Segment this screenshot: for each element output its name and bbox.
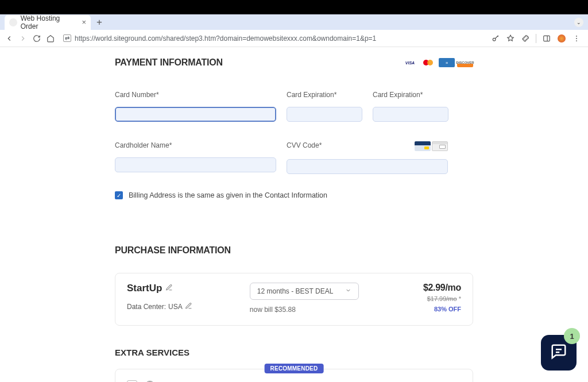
site-info-icon[interactable]: ⇄: [63, 34, 71, 42]
billing-period-select[interactable]: 12 months - BEST DEAL: [250, 283, 359, 300]
mastercard-logo: [420, 58, 436, 67]
extra-service-box: RECOMMENDED Site Scanner 1 year $2.49/mo: [115, 369, 473, 382]
chat-widget-button[interactable]: 1: [541, 335, 577, 371]
expiration-month-label: Card Expiration*: [287, 91, 362, 99]
purchase-information-section: PURCHASE INFORMATION StartUp Data Center…: [115, 230, 473, 382]
period-selected-label: 12 months - BEST DEAL: [257, 287, 334, 295]
svg-rect-1: [544, 36, 550, 41]
data-center-label: Data Center:: [127, 303, 166, 311]
extensions-icon[interactable]: [521, 34, 530, 43]
discover-logo: DISCOVER: [457, 58, 473, 67]
extra-services-title: EXTRA SERVICES: [115, 348, 473, 357]
home-button[interactable]: [46, 34, 55, 43]
plan-name: StartUp: [127, 283, 162, 294]
panel-icon[interactable]: [542, 34, 551, 43]
cvv-input[interactable]: [287, 159, 448, 174]
reload-button[interactable]: [32, 34, 41, 43]
svg-point-2: [576, 35, 577, 36]
svg-point-3: [576, 38, 577, 39]
visa-logo: VISA: [402, 58, 418, 67]
bookmark-icon[interactable]: [506, 34, 515, 43]
cvv-label: CVV Code*: [287, 141, 322, 149]
billing-same-checkbox[interactable]: ✓: [115, 191, 123, 199]
key-icon[interactable]: [491, 34, 500, 43]
tab-close-icon[interactable]: ×: [82, 18, 86, 26]
plan-discount: 83% OFF: [359, 306, 461, 312]
tab-title: Web Hosting Order: [21, 14, 79, 30]
purchase-title: PURCHASE INFORMATION: [115, 245, 473, 256]
now-bill-label: now bill $35.88: [250, 306, 359, 314]
site-scanner-icon: [144, 380, 156, 382]
forward-button[interactable]: [18, 34, 28, 43]
chat-badge: 1: [564, 328, 580, 344]
recommended-badge: RECOMMENDED: [265, 364, 324, 373]
plan-old-asterisk: *: [459, 295, 461, 302]
card-number-input[interactable]: [115, 107, 276, 122]
svg-point-4: [576, 40, 577, 41]
cardholder-label: Cardholder Name*: [115, 141, 276, 149]
cvv-hint-back-icon: [432, 141, 448, 151]
tab-favicon: [9, 18, 17, 26]
billing-same-row[interactable]: ✓ Billing Address is the same as given i…: [115, 191, 473, 199]
plan-price-per: /mo: [445, 283, 461, 292]
payment-information-section: PAYMENT INFORMATION VISA ≡ DISCOVER Card…: [115, 47, 473, 215]
chat-icon: [550, 343, 567, 362]
data-center-value: USA: [168, 303, 183, 311]
svg-point-0: [493, 38, 496, 41]
expiration-month-input[interactable]: [287, 107, 362, 122]
browser-tab[interactable]: Web Hosting Order ×: [5, 15, 91, 30]
tab-overflow-button[interactable]: ⌄: [574, 18, 583, 27]
card-number-label: Card Number*: [115, 91, 276, 99]
new-tab-button[interactable]: +: [96, 17, 102, 28]
window-top-bar: [0, 0, 588, 14]
tab-strip: Web Hosting Order × + ⌄: [0, 14, 588, 30]
edit-plan-icon[interactable]: [165, 283, 173, 294]
cvv-hint-front-icon: [415, 141, 431, 151]
edit-datacenter-icon[interactable]: [185, 302, 192, 311]
profile-icon[interactable]: [557, 34, 566, 43]
expiration-year-label: Card Expiration*: [373, 91, 448, 99]
menu-icon[interactable]: [572, 34, 581, 43]
url-text: https://world.siteground.com/shared/step…: [75, 34, 376, 43]
amex-logo: ≡: [439, 58, 455, 67]
page-content: PAYMENT INFORMATION VISA ≡ DISCOVER Card…: [0, 47, 588, 382]
chevron-down-icon: [345, 287, 351, 295]
back-button[interactable]: [5, 34, 14, 43]
plan-box: StartUp Data Center: USA: [115, 273, 473, 326]
cardholder-input[interactable]: [115, 157, 276, 172]
plan-old-price: $17.99/mo: [427, 295, 457, 302]
accepted-cards: VISA ≡ DISCOVER: [402, 58, 473, 67]
browser-toolbar: ⇄ https://world.siteground.com/shared/st…: [0, 30, 588, 47]
payment-title: PAYMENT INFORMATION: [115, 57, 223, 68]
address-bar[interactable]: ⇄ https://world.siteground.com/shared/st…: [60, 32, 486, 45]
billing-same-label: Billing Address is the same as given in …: [129, 191, 327, 199]
expiration-year-input[interactable]: [373, 107, 448, 122]
toolbar-divider: [536, 34, 536, 43]
plan-price: $2.99: [423, 283, 446, 292]
